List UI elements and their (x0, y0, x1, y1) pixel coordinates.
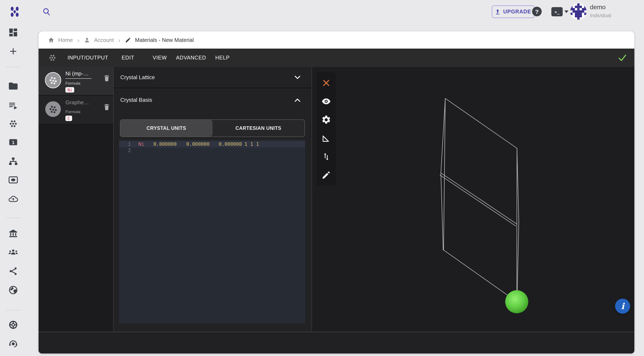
formula-chip: Ni (66, 87, 74, 93)
sidebar-divider (6, 310, 22, 310)
structure-viewer[interactable]: i (312, 67, 634, 331)
sidebar-item-cloud-upload[interactable] (8, 194, 18, 204)
user-role: Individual (590, 12, 611, 18)
sidebar-divider (6, 218, 22, 218)
top-bar: UPGRADE ? >_ demo Individual (0, 0, 644, 24)
badge-one: 1 (12, 140, 15, 145)
card-footer (38, 332, 634, 354)
material-name[interactable]: Ni (mp-… (66, 70, 92, 79)
apply-check-icon[interactable] (618, 54, 627, 62)
edit-pencil-icon (125, 37, 131, 43)
sidebar-item-bank[interactable] (8, 228, 18, 239)
delete-material-icon[interactable] (104, 103, 110, 111)
sidebar-item-help-ring[interactable] (8, 320, 18, 330)
sidebar-item-share[interactable] (8, 266, 18, 276)
sidebar-item-web[interactable] (8, 285, 18, 295)
home-icon[interactable] (48, 37, 54, 43)
app-root: UPGRADE ? >_ demo Individual (0, 0, 644, 356)
editor-menubar: INPUT/OUTPUT EDIT VIEW ADVANCED HELP (38, 49, 634, 67)
menu-input-output[interactable]: INPUT/OUTPUT (63, 52, 113, 63)
chevron-up-icon[interactable] (294, 98, 300, 102)
info-icon: i (621, 301, 624, 311)
tab-crystal-units[interactable]: CRYSTAL UNITS (120, 120, 212, 137)
help-button[interactable]: ? (532, 7, 542, 16)
cell-edges (440, 98, 519, 302)
crystal-basis-title: Crystal Basis (120, 97, 152, 103)
editor-line[interactable]: 1 Ni 0.000000 0.000000 0.000000 1 1 1 (119, 141, 305, 148)
account-icon[interactable] (84, 37, 90, 43)
units-tabs: CRYSTAL UNITS CARTESIAN UNITS (120, 119, 305, 137)
crystal-lattice-header[interactable]: Crystal Lattice (114, 67, 312, 88)
unit-cell-wireframe[interactable] (312, 67, 634, 331)
main-card: Home › Account › Materials - New Materia… (38, 31, 634, 354)
formula-label: Formula: (66, 81, 104, 85)
element-token: Ni (138, 141, 144, 148)
sidebar-item-dashboard[interactable] (8, 27, 18, 38)
upload-icon (495, 9, 500, 15)
menu-edit[interactable]: EDIT (117, 52, 139, 63)
breadcrumb: Home › Account › Materials - New Materia… (38, 31, 634, 49)
chevron-right-icon: › (118, 37, 121, 43)
menu-advanced[interactable]: ADVANCED (172, 52, 211, 63)
coord-x: 0.000000 (154, 141, 177, 148)
breadcrumb-account[interactable]: Account (94, 37, 114, 43)
editor-line[interactable]: 2 (119, 148, 305, 154)
chevron-down-icon[interactable] (294, 75, 300, 79)
sidebar-item-materials[interactable] (8, 119, 18, 129)
sidebar-item-add-new[interactable] (8, 46, 18, 56)
breadcrumb-current: Materials - New Material (135, 37, 194, 43)
upgrade-button[interactable]: UPGRADE (492, 5, 534, 18)
constraint-flags: 1 1 1 (244, 141, 259, 148)
search-icon[interactable] (42, 7, 51, 16)
basis-code-editor[interactable]: 1 Ni 0.000000 0.000000 0.000000 1 1 1 2 (119, 140, 305, 323)
material-list-item[interactable]: Ni (mp-… Formula: Ni (38, 67, 113, 96)
material-avatar-icon (44, 72, 62, 89)
info-button[interactable]: i (615, 299, 630, 314)
coord-z: 0.000000 (219, 141, 242, 148)
formula-chip: C (66, 116, 72, 121)
crystal-panels: Crystal Lattice Crystal Basis CRYSTAL UN… (114, 67, 312, 331)
coord-y: 0.000000 (186, 141, 210, 148)
help-glyph: ? (535, 8, 538, 15)
crystal-lattice-title: Crystal Lattice (120, 74, 155, 80)
crystal-basis-header[interactable]: Crystal Basis (114, 89, 312, 111)
atom-sphere-ni[interactable] (505, 290, 528, 313)
materials-list: Ni (mp-… Formula: Ni Graphe… (38, 67, 113, 331)
identicon (570, 3, 586, 20)
sidebar-item-media[interactable] (8, 175, 18, 185)
sidebar-item-team[interactable] (8, 247, 18, 258)
line-number: 2 (125, 148, 131, 154)
workspace: Ni (mp-… Formula: Ni Graphe… (38, 67, 634, 331)
sidebar-item-folders[interactable] (8, 81, 18, 91)
terminal-dropdown-caret-icon[interactable] (564, 10, 568, 13)
sidebar-divider (6, 67, 22, 67)
material-list-item[interactable]: Graphe… Formula: C (38, 96, 113, 124)
menu-help[interactable]: HELP (211, 52, 234, 63)
sidebar-item-workflows[interactable] (8, 156, 18, 167)
terminal-button[interactable]: >_ (551, 7, 563, 16)
tab-cartesian-units[interactable]: CARTESIAN UNITS (212, 120, 304, 137)
formula-label: Formula: (66, 109, 104, 114)
delete-material-icon[interactable] (104, 75, 110, 82)
sidebar-item-support[interactable] (8, 339, 18, 349)
material-avatar-icon (44, 101, 62, 118)
chevron-right-icon: › (76, 37, 80, 43)
material-atoms-icon (48, 53, 57, 62)
upgrade-label: UPGRADE (503, 9, 531, 15)
sidebar-item-unit-box[interactable]: 1 (8, 137, 18, 148)
terminal-icon: >_ (554, 9, 560, 14)
sidebar-item-jobs[interactable] (8, 100, 18, 111)
line-number: 1 (125, 141, 131, 148)
breadcrumb-home[interactable]: Home (58, 37, 73, 43)
app-logo-icon[interactable] (8, 5, 21, 18)
user-avatar[interactable] (570, 3, 586, 20)
user-name[interactable]: demo (590, 3, 606, 10)
menu-view[interactable]: VIEW (148, 52, 172, 63)
material-name[interactable]: Graphe… (66, 99, 92, 107)
